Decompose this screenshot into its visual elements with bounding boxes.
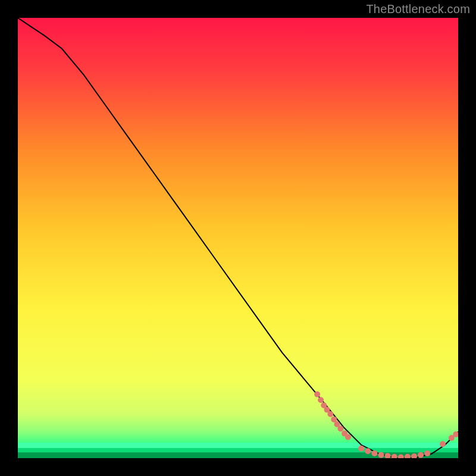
svg-rect-0 xyxy=(18,443,458,448)
scatter-dot xyxy=(345,434,351,440)
scatter-dot xyxy=(327,411,333,417)
scatter-dot xyxy=(314,392,320,397)
scatter-dot xyxy=(440,441,446,447)
chart-frame: TheBottleneck.com xyxy=(0,0,476,476)
scatter-dot xyxy=(378,452,384,458)
scatter-dot xyxy=(418,452,424,458)
scatter-dot xyxy=(371,450,377,456)
scatter-dot xyxy=(318,397,324,403)
scatter-dot xyxy=(365,448,371,454)
watermark-text: TheBottleneck.com xyxy=(366,2,470,16)
chart-svg xyxy=(18,18,458,458)
scatter-dot xyxy=(424,450,430,456)
scatter-dot xyxy=(337,425,343,431)
svg-rect-1 xyxy=(18,448,458,452)
gradient-background xyxy=(18,18,458,458)
plot-area xyxy=(18,18,458,458)
scatter-dot xyxy=(358,446,364,452)
